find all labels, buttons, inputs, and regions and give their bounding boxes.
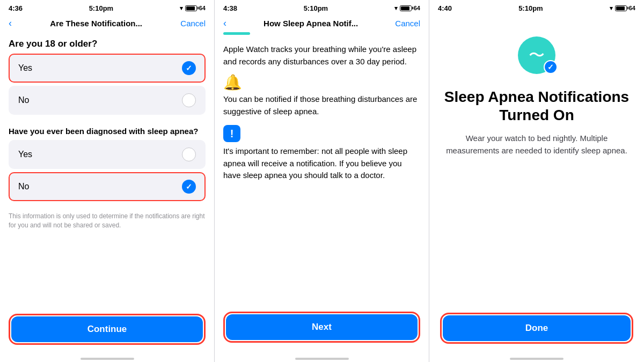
wifi-icon-1: ▾ — [180, 5, 183, 12]
home-indicator-1 — [80, 358, 134, 360]
info-item-3: ! It's important to remember: not all pe… — [223, 125, 420, 182]
status-time-left-1: 4:36 — [9, 4, 23, 12]
no-option-2[interactable]: No — [9, 172, 206, 201]
bell-icon: 🔔 — [223, 75, 420, 90]
no-label-1: No — [18, 95, 29, 105]
bottom-bar-3 — [429, 351, 644, 362]
battery-pct-2: 64 — [414, 5, 420, 11]
battery-icon-2 — [400, 5, 412, 11]
bottom-bar-1 — [0, 351, 214, 362]
battery-icon-3 — [615, 5, 627, 11]
yes-option-2[interactable]: Yes — [9, 140, 206, 169]
phone-screen-1: 4:36 5:10pm ▾ 64 ‹ Are These Notificatio… — [0, 0, 215, 362]
section-q2: Have you ever been diagnosed with sleep … — [9, 123, 206, 204]
cancel-button-1[interactable]: Cancel — [180, 19, 206, 28]
wifi-icon-2: ▾ — [394, 5, 398, 12]
q2-title: Have you ever been diagnosed with sleep … — [9, 127, 206, 136]
s3-main-title: Sleep Apnea Notifications Turned On — [440, 88, 633, 124]
home-indicator-2 — [295, 358, 349, 360]
phone-screen-2: 4:38 5:10pm ▾ 64 ‹ How Sleep Apnea Notif… — [215, 0, 429, 362]
disclaimer-text-1: This information is only used to determi… — [9, 212, 206, 230]
status-icons-3: ▾ 64 — [610, 5, 635, 12]
done-button-wrap: Done — [440, 313, 633, 344]
home-indicator-3 — [510, 358, 564, 360]
battery-icon-1 — [185, 5, 197, 11]
info-item-1: Apple Watch tracks your breathing while … — [223, 43, 420, 68]
apnea-icon-wrap: 〜 ✓ — [518, 36, 555, 74]
yes-check-1 — [182, 61, 196, 75]
exclamation-icon: ! — [223, 125, 240, 142]
next-button[interactable]: Next — [226, 314, 418, 340]
continue-button-wrap: Continue — [9, 314, 206, 345]
screen1-content: Are you 18 or older? Yes No Have you eve… — [0, 32, 214, 351]
no-check-2 — [182, 180, 196, 194]
no-circle-1 — [182, 93, 196, 107]
status-time-left-2: 4:38 — [223, 4, 237, 12]
yes-label-1: Yes — [18, 63, 32, 73]
check-badge-icon: ✓ — [544, 60, 558, 74]
cancel-button-2[interactable]: Cancel — [395, 19, 420, 28]
info-text-1: Apple Watch tracks your breathing while … — [223, 43, 420, 68]
continue-button[interactable]: Continue — [11, 316, 203, 342]
screen3-content: 〜 ✓ Sleep Apnea Notifications Turned On … — [429, 26, 644, 351]
nav-title-2: How Sleep Apnea Notif... — [226, 19, 395, 28]
status-time-center-1: 5:10pm — [89, 4, 114, 12]
done-button[interactable]: Done — [443, 315, 631, 341]
yes-option-1[interactable]: Yes — [9, 54, 206, 83]
battery-pct-1: 64 — [199, 5, 206, 11]
nav-bar-1: ‹ Are These Notification... Cancel — [0, 15, 214, 32]
no-option-1[interactable]: No — [9, 86, 206, 115]
battery-pct-3: 64 — [629, 5, 635, 11]
nav-spacer-3 — [429, 15, 644, 26]
nav-bar-2: ‹ How Sleep Apnea Notif... Cancel — [215, 15, 429, 32]
section-q1: Are you 18 or older? Yes No — [9, 39, 206, 118]
status-bar-2: 4:38 5:10pm ▾ 64 — [215, 0, 429, 15]
next-button-wrap: Next — [223, 312, 420, 343]
bottom-bar-2 — [215, 351, 429, 362]
yes-circle-2 — [182, 147, 196, 161]
s3-sub-title: Wear your watch to bed nightly. Multiple… — [440, 132, 633, 157]
status-bar-3: 4:40 5:10pm ▾ 64 — [429, 0, 644, 15]
status-icons-1: ▾ 64 — [180, 5, 206, 12]
info-item-2: 🔔 You can be notified if those breathing… — [223, 75, 420, 117]
status-time-left-3: 4:40 — [438, 4, 452, 12]
status-bar-1: 4:36 5:10pm ▾ 64 — [0, 0, 214, 15]
teal-bar-wrap — [215, 32, 429, 41]
teal-progress-bar — [223, 32, 250, 35]
info-text-2: You can be notified if those breathing d… — [223, 93, 420, 117]
phone-screen-3: 4:40 5:10pm ▾ 64 〜 ✓ Sleep Apnea Notific… — [429, 0, 644, 362]
no-label-2: No — [18, 182, 29, 191]
nav-title-1: Are These Notification... — [12, 19, 180, 28]
yes-label-2: Yes — [18, 150, 32, 159]
screen2-content: Apple Watch tracks your breathing while … — [215, 41, 429, 351]
status-time-center-3: 5:10pm — [518, 4, 543, 12]
q1-title: Are you 18 or older? — [9, 39, 206, 49]
status-icons-2: ▾ 64 — [394, 5, 420, 12]
status-time-center-2: 5:10pm — [304, 4, 328, 12]
info-text-3: It's important to remember: not all peop… — [223, 145, 420, 182]
wifi-icon-3: ▾ — [610, 5, 613, 12]
